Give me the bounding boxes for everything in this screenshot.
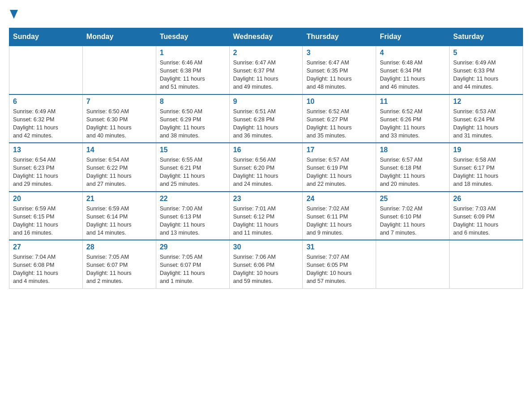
- day-number: 2: [233, 49, 299, 57]
- day-number: 27: [13, 243, 79, 251]
- week-row-2: 6Sunrise: 6:49 AM Sunset: 6:32 PM Daylig…: [9, 94, 523, 143]
- day-number: 12: [453, 98, 519, 106]
- calendar-cell-w4-d2: 21Sunrise: 6:59 AM Sunset: 6:14 PM Dayli…: [82, 192, 156, 240]
- calendar-cell-w4-d3: 22Sunrise: 7:00 AM Sunset: 6:13 PM Dayli…: [156, 192, 229, 240]
- day-number: 30: [233, 243, 299, 251]
- calendar-header-row: SundayMondayTuesdayWednesdayThursdayFrid…: [9, 28, 523, 46]
- day-number: 19: [453, 146, 519, 154]
- day-number: 5: [453, 49, 519, 57]
- calendar-cell-w4-d5: 24Sunrise: 7:02 AM Sunset: 6:11 PM Dayli…: [303, 192, 376, 240]
- week-row-4: 20Sunrise: 6:59 AM Sunset: 6:15 PM Dayli…: [9, 192, 523, 240]
- calendar-cell-w3-d1: 13Sunrise: 6:54 AM Sunset: 6:23 PM Dayli…: [9, 143, 83, 192]
- day-info: Sunrise: 7:00 AM Sunset: 6:13 PM Dayligh…: [160, 205, 226, 237]
- day-info: Sunrise: 6:46 AM Sunset: 6:38 PM Dayligh…: [160, 59, 226, 91]
- day-info: Sunrise: 6:50 AM Sunset: 6:29 PM Dayligh…: [160, 107, 226, 140]
- week-row-1: 1Sunrise: 6:46 AM Sunset: 6:38 PM Daylig…: [9, 46, 523, 94]
- calendar-cell-w1-d2: [82, 46, 156, 94]
- day-info: Sunrise: 6:59 AM Sunset: 6:14 PM Dayligh…: [86, 205, 152, 237]
- calendar-cell-w2-d5: 10Sunrise: 6:52 AM Sunset: 6:27 PM Dayli…: [303, 94, 376, 143]
- calendar-cell-w5-d3: 29Sunrise: 7:05 AM Sunset: 6:07 PM Dayli…: [156, 240, 229, 288]
- day-number: 23: [233, 195, 299, 203]
- header-friday: Friday: [376, 28, 450, 46]
- day-number: 31: [306, 243, 372, 251]
- day-number: 17: [306, 146, 372, 154]
- day-info: Sunrise: 7:05 AM Sunset: 6:07 PM Dayligh…: [160, 253, 226, 286]
- day-info: Sunrise: 6:50 AM Sunset: 6:30 PM Dayligh…: [86, 107, 152, 140]
- calendar-cell-w3-d5: 17Sunrise: 6:57 AM Sunset: 6:19 PM Dayli…: [303, 143, 376, 192]
- day-info: Sunrise: 6:58 AM Sunset: 6:17 PM Dayligh…: [453, 156, 519, 188]
- day-info: Sunrise: 6:59 AM Sunset: 6:15 PM Dayligh…: [13, 205, 79, 237]
- day-info: Sunrise: 6:55 AM Sunset: 6:21 PM Dayligh…: [160, 156, 226, 188]
- calendar-cell-w5-d6: [376, 240, 450, 288]
- day-number: 13: [13, 146, 79, 154]
- day-number: 10: [306, 98, 372, 106]
- calendar-cell-w3-d2: 14Sunrise: 6:54 AM Sunset: 6:22 PM Dayli…: [82, 143, 156, 192]
- week-row-5: 27Sunrise: 7:04 AM Sunset: 6:08 PM Dayli…: [9, 240, 523, 288]
- page-header: [9, 9, 523, 19]
- calendar-cell-w2-d1: 6Sunrise: 6:49 AM Sunset: 6:32 PM Daylig…: [9, 94, 83, 143]
- day-number: 1: [160, 49, 226, 57]
- day-info: Sunrise: 6:54 AM Sunset: 6:23 PM Dayligh…: [13, 156, 79, 188]
- day-info: Sunrise: 6:47 AM Sunset: 6:35 PM Dayligh…: [306, 59, 372, 91]
- day-number: 25: [380, 195, 446, 203]
- calendar-cell-w3-d3: 15Sunrise: 6:55 AM Sunset: 6:21 PM Dayli…: [156, 143, 229, 192]
- calendar-cell-w4-d4: 23Sunrise: 7:01 AM Sunset: 6:12 PM Dayli…: [229, 192, 303, 240]
- week-row-3: 13Sunrise: 6:54 AM Sunset: 6:23 PM Dayli…: [9, 143, 523, 192]
- calendar-cell-w2-d7: 12Sunrise: 6:53 AM Sunset: 6:24 PM Dayli…: [450, 94, 523, 143]
- day-number: 28: [86, 243, 152, 251]
- day-info: Sunrise: 7:02 AM Sunset: 6:10 PM Dayligh…: [380, 205, 446, 237]
- logo-arrow-icon: [10, 10, 18, 19]
- day-info: Sunrise: 7:07 AM Sunset: 6:05 PM Dayligh…: [306, 253, 372, 286]
- day-number: 20: [13, 195, 79, 203]
- day-info: Sunrise: 6:51 AM Sunset: 6:28 PM Dayligh…: [233, 107, 299, 140]
- day-number: 11: [380, 98, 446, 106]
- header-sunday: Sunday: [9, 28, 83, 46]
- calendar-cell-w1-d3: 1Sunrise: 6:46 AM Sunset: 6:38 PM Daylig…: [156, 46, 229, 94]
- logo: [9, 9, 18, 19]
- calendar-cell-w5-d5: 31Sunrise: 7:07 AM Sunset: 6:05 PM Dayli…: [303, 240, 376, 288]
- day-info: Sunrise: 6:56 AM Sunset: 6:20 PM Dayligh…: [233, 156, 299, 188]
- calendar-table: SundayMondayTuesdayWednesdayThursdayFrid…: [9, 28, 523, 289]
- day-info: Sunrise: 6:49 AM Sunset: 6:32 PM Dayligh…: [13, 107, 79, 140]
- calendar-cell-w5-d1: 27Sunrise: 7:04 AM Sunset: 6:08 PM Dayli…: [9, 240, 83, 288]
- day-info: Sunrise: 6:57 AM Sunset: 6:19 PM Dayligh…: [306, 156, 372, 188]
- day-number: 4: [380, 49, 446, 57]
- day-number: 7: [86, 98, 152, 106]
- day-info: Sunrise: 7:06 AM Sunset: 6:06 PM Dayligh…: [233, 253, 299, 286]
- day-info: Sunrise: 6:53 AM Sunset: 6:24 PM Dayligh…: [453, 107, 519, 140]
- day-info: Sunrise: 6:54 AM Sunset: 6:22 PM Dayligh…: [86, 156, 152, 188]
- calendar-cell-w5-d2: 28Sunrise: 7:05 AM Sunset: 6:07 PM Dayli…: [82, 240, 156, 288]
- calendar-cell-w3-d6: 18Sunrise: 6:57 AM Sunset: 6:18 PM Dayli…: [376, 143, 450, 192]
- calendar-cell-w2-d2: 7Sunrise: 6:50 AM Sunset: 6:30 PM Daylig…: [82, 94, 156, 143]
- day-number: 15: [160, 146, 226, 154]
- calendar-cell-w2-d6: 11Sunrise: 6:52 AM Sunset: 6:26 PM Dayli…: [376, 94, 450, 143]
- calendar-cell-w2-d3: 8Sunrise: 6:50 AM Sunset: 6:29 PM Daylig…: [156, 94, 229, 143]
- day-number: 16: [233, 146, 299, 154]
- day-number: 26: [453, 195, 519, 203]
- day-info: Sunrise: 7:02 AM Sunset: 6:11 PM Dayligh…: [306, 205, 372, 237]
- calendar-cell-w1-d5: 3Sunrise: 6:47 AM Sunset: 6:35 PM Daylig…: [303, 46, 376, 94]
- calendar-cell-w4-d6: 25Sunrise: 7:02 AM Sunset: 6:10 PM Dayli…: [376, 192, 450, 240]
- calendar-cell-w1-d4: 2Sunrise: 6:47 AM Sunset: 6:37 PM Daylig…: [229, 46, 303, 94]
- calendar-cell-w3-d7: 19Sunrise: 6:58 AM Sunset: 6:17 PM Dayli…: [450, 143, 523, 192]
- day-number: 9: [233, 98, 299, 106]
- calendar-cell-w4-d7: 26Sunrise: 7:03 AM Sunset: 6:09 PM Dayli…: [450, 192, 523, 240]
- day-info: Sunrise: 7:01 AM Sunset: 6:12 PM Dayligh…: [233, 205, 299, 237]
- day-info: Sunrise: 6:57 AM Sunset: 6:18 PM Dayligh…: [380, 156, 446, 188]
- header-saturday: Saturday: [450, 28, 523, 46]
- calendar-cell-w5-d4: 30Sunrise: 7:06 AM Sunset: 6:06 PM Dayli…: [229, 240, 303, 288]
- day-number: 8: [160, 98, 226, 106]
- header-tuesday: Tuesday: [156, 28, 229, 46]
- day-number: 14: [86, 146, 152, 154]
- day-number: 6: [13, 98, 79, 106]
- day-info: Sunrise: 6:47 AM Sunset: 6:37 PM Dayligh…: [233, 59, 299, 91]
- calendar-cell-w5-d7: [450, 240, 523, 288]
- day-number: 21: [86, 195, 152, 203]
- day-info: Sunrise: 7:05 AM Sunset: 6:07 PM Dayligh…: [86, 253, 152, 286]
- day-number: 18: [380, 146, 446, 154]
- day-number: 3: [306, 49, 372, 57]
- day-number: 24: [306, 195, 372, 203]
- day-info: Sunrise: 6:49 AM Sunset: 6:33 PM Dayligh…: [453, 59, 519, 91]
- svg-marker-0: [10, 10, 18, 19]
- day-info: Sunrise: 7:03 AM Sunset: 6:09 PM Dayligh…: [453, 205, 519, 237]
